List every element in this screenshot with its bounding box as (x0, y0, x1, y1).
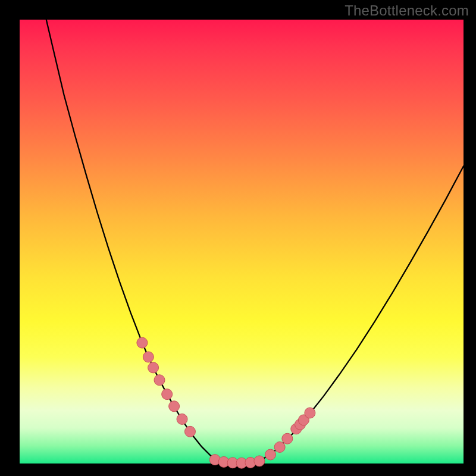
data-point (177, 414, 187, 424)
plot-area (20, 20, 464, 464)
data-point (305, 408, 315, 418)
bottleneck-curve (46, 20, 464, 463)
data-point (282, 433, 293, 444)
watermark-text: TheBottleneck.com (345, 2, 469, 19)
curve-svg (20, 20, 464, 464)
data-point (148, 362, 159, 373)
series-group (46, 20, 464, 463)
marker-group (137, 337, 315, 468)
data-point (254, 456, 265, 466)
data-point (265, 449, 275, 460)
data-point (274, 441, 285, 452)
data-point (162, 389, 173, 400)
data-point (169, 401, 180, 412)
data-point (137, 337, 148, 348)
data-point (154, 375, 165, 386)
chart-frame: TheBottleneck.com (0, 0, 476, 476)
data-point (184, 426, 195, 437)
data-point (143, 352, 154, 362)
